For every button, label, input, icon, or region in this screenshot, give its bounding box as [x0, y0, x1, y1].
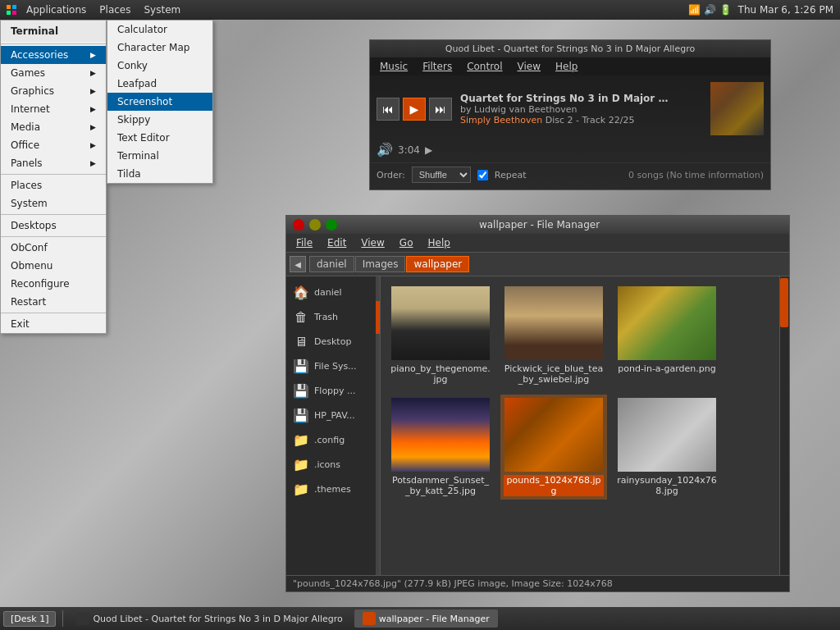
fm-close-button[interactable] [293, 219, 304, 231]
file-item[interactable]: Potsdammer_Sunset__by_katt_25.jpg [387, 395, 494, 500]
themes-folder-icon: 📁 [293, 481, 309, 497]
fm-breadcrumb-daniel[interactable]: daniel [309, 256, 354, 272]
fm-scrollbar[interactable] [779, 276, 789, 575]
menu-leafpad[interactable]: Leafpad [107, 75, 212, 93]
menu-places[interactable]: Places [1, 176, 106, 194]
track-artist: by Ludwig van Beethoven [460, 104, 702, 115]
taskbar-desktop-indicator[interactable]: [Desk 1] [3, 611, 56, 627]
sidebar-item-floppy[interactable]: 💾 Floppy ... [286, 378, 380, 403]
music-player-window: Quod Libet - Quartet for Strings No 3 in… [369, 39, 771, 190]
applications-menu-popup: Terminal Accessories Games Graphics Inte… [0, 20, 107, 334]
fm-maximize-button[interactable] [326, 219, 337, 231]
sidebar-item-themes[interactable]: 📁 .themes [286, 477, 380, 501]
menu-obmenu[interactable]: Obmenu [1, 257, 106, 275]
file-item[interactable]: Pickwick_ice_blue_tea_by_swiebel.jpg [500, 283, 607, 388]
menu-exit[interactable]: Exit [1, 315, 106, 333]
fm-minimize-button[interactable] [309, 219, 321, 231]
clock: Thu Mar 6, 1:26 PM [738, 4, 833, 16]
file-item[interactable]: piano_by_thegenome.jpg [387, 283, 494, 388]
menu-media[interactable]: Media [1, 118, 106, 136]
sidebar-item-trash[interactable]: 🗑 Trash [286, 304, 380, 329]
menu-character-map[interactable]: Character Map [107, 39, 212, 57]
menu-screenshot[interactable]: Screenshot [107, 93, 212, 111]
sidebar-scrollbar[interactable] [376, 276, 380, 575]
menu-level1: Terminal Accessories Games Graphics Inte… [0, 20, 107, 334]
fm-menu-file[interactable]: File [290, 235, 319, 250]
sidebar-item-filesystem[interactable]: 💾 File Sys... [286, 354, 380, 378]
sidebar-item-desktop[interactable]: 🖥 Desktop [286, 329, 380, 354]
fm-menu-go[interactable]: Go [393, 235, 420, 250]
album-art [710, 82, 764, 135]
repeat-checkbox[interactable] [477, 170, 488, 180]
sidebar-item-hppav[interactable]: 💾 HP_PAV... [286, 403, 380, 427]
fm-toolbar: ◀ daniel Images wallpaper [286, 253, 789, 276]
time-arrow: ▶ [425, 144, 432, 156]
svg-rect-3 [12, 11, 16, 15]
menu-sep-4 [1, 236, 106, 237]
music-menu-view[interactable]: View [511, 59, 547, 74]
taskbar-task-music[interactable]: Quod Libet - Quartet for Strings No 3 in… [68, 609, 350, 628]
menu-obconf[interactable]: ObConf [1, 239, 106, 257]
volume-icon[interactable]: 🔊 [377, 142, 393, 158]
menu-terminal[interactable]: Terminal [1, 21, 106, 42]
file-item[interactable]: rainysunday_1024x768.jpg [614, 395, 720, 500]
tea-thumb-image [504, 286, 603, 360]
music-info: Quartet for Strings No 3 in D Major Alle… [452, 93, 710, 126]
prev-button[interactable]: ⏮ [377, 98, 399, 121]
fm-menu-help[interactable]: Help [421, 235, 456, 250]
order-select[interactable]: Shuffle In Order Random [412, 167, 471, 183]
applications-menu[interactable]: Applications [20, 0, 93, 20]
menu-calculator[interactable]: Calculator [107, 21, 212, 39]
sidebar-item-config[interactable]: 📁 .config [286, 427, 380, 452]
music-menu-music[interactable]: Music [373, 59, 414, 74]
menu-internet[interactable]: Internet [1, 100, 106, 118]
menu-games[interactable]: Games [1, 64, 106, 82]
fm-breadcrumb-images[interactable]: Images [355, 256, 406, 272]
icons-folder-icon: 📁 [293, 456, 309, 472]
file-thumbnail [391, 398, 490, 472]
file-item[interactable]: pounds_1024x768.jpg [500, 395, 607, 500]
play-button[interactable]: ▶ [403, 98, 426, 121]
taskbar-divider [62, 610, 63, 627]
fm-back-button[interactable]: ◀ [290, 256, 306, 272]
fm-body: 🏠 daniel 🗑 Trash 🖥 Desktop 💾 File Sys...… [286, 276, 789, 575]
files-grid: piano_by_thegenome.jpg Pickwick_ice_blue… [387, 283, 773, 500]
trash-icon: 🗑 [293, 308, 309, 325]
accessories-submenu: Calculator Character Map Conky Leafpad S… [107, 20, 213, 184]
repeat-label: Repeat [495, 170, 527, 180]
sidebar-item-daniel[interactable]: 🏠 daniel [286, 280, 380, 304]
music-menu-filters[interactable]: Filters [416, 59, 459, 74]
menu-desktops[interactable]: Desktops [1, 217, 106, 235]
filename: piano_by_thegenome.jpg [390, 363, 491, 385]
fm-menu-edit[interactable]: Edit [321, 235, 353, 250]
menu-reconfigure[interactable]: Reconfigure [1, 275, 106, 293]
menu-system[interactable]: System [1, 194, 106, 212]
floppy-icon: 💾 [293, 382, 309, 399]
menu-conky[interactable]: Conky [107, 57, 212, 75]
menu-tilda[interactable]: Tilda [107, 165, 212, 183]
sidebar-item-icons[interactable]: 📁 .icons [286, 452, 380, 477]
places-menu[interactable]: Places [93, 0, 137, 20]
music-menu-control[interactable]: Control [460, 59, 509, 74]
sidebar-label-desktop: Desktop [314, 336, 351, 347]
menu-graphics[interactable]: Graphics [1, 82, 106, 100]
music-titlebar: Quod Libet - Quartet for Strings No 3 in… [370, 40, 770, 57]
taskbar-fm-icon [363, 612, 376, 625]
svg-rect-1 [12, 5, 16, 9]
file-item[interactable]: pond-in-a-garden.png [614, 283, 720, 388]
taskbar-task-filemanager[interactable]: wallpaper - File Manager [354, 609, 498, 628]
bottom-taskbar: [Desk 1] Quod Libet - Quartet for String… [0, 607, 840, 630]
menu-accessories[interactable]: Accessories [1, 46, 106, 64]
menu-office[interactable]: Office [1, 136, 106, 154]
menu-panels[interactable]: Panels [1, 154, 106, 172]
menu-terminal-acc[interactable]: Terminal [107, 147, 212, 165]
filename: pounds_1024x768.jpg [504, 475, 604, 496]
menu-text-editor[interactable]: Text Editor [107, 129, 212, 147]
music-menu-help[interactable]: Help [549, 59, 584, 74]
fm-menu-view[interactable]: View [354, 235, 390, 250]
fm-breadcrumb-wallpaper[interactable]: wallpaper [406, 256, 469, 272]
next-button[interactable]: ⏭ [429, 98, 452, 121]
system-menu[interactable]: System [137, 0, 187, 20]
menu-skippy[interactable]: Skippy [107, 111, 212, 129]
menu-restart[interactable]: Restart [1, 293, 106, 311]
